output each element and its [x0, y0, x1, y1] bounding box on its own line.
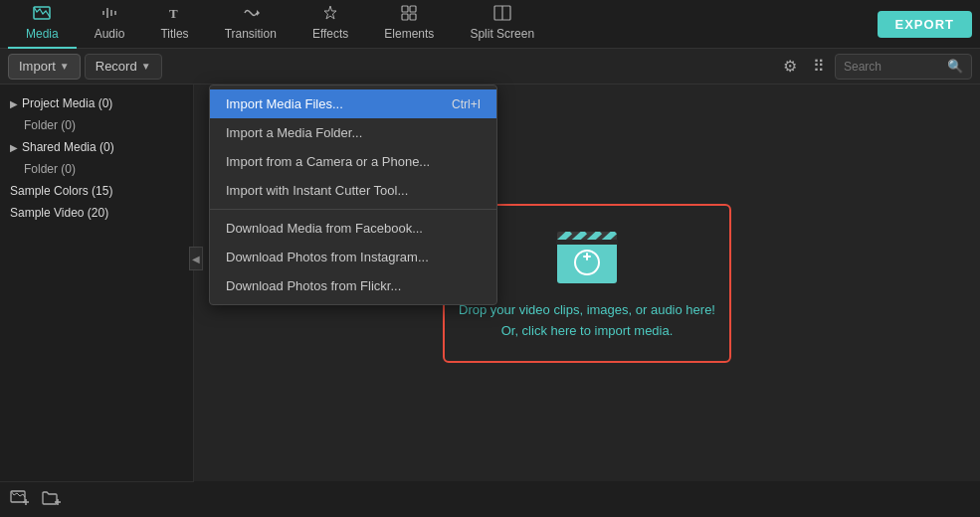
svg-rect-6 — [402, 14, 408, 20]
drop-zone-line2: Or, click here to import media. — [501, 323, 674, 338]
effects-icon — [322, 5, 338, 25]
download-instagram-item[interactable]: Download Photos from Instagram... — [210, 243, 496, 271]
import-label: Import — [19, 59, 56, 74]
sidebar-item-sample-colors[interactable]: Sample Colors (15) — [0, 180, 193, 202]
sidebar-item-shared-media[interactable]: ▶ Shared Media (0) — [0, 136, 193, 158]
sidebar-item-folder-1[interactable]: Folder (0) — [0, 158, 193, 180]
sidebar-item-shared-media-label: Shared Media (0) — [22, 140, 114, 154]
nav-titles-label: Titles — [160, 27, 188, 41]
titles-icon: T — [167, 5, 183, 25]
drop-zone-line1: Drop your video clips, images, or audio … — [459, 302, 715, 317]
nav-splitscreen-label: Split Screen — [470, 27, 534, 41]
drop-zone-text: Drop your video clips, images, or audio … — [459, 300, 715, 342]
svg-rect-17 — [556, 240, 618, 245]
nav-media[interactable]: Media — [8, 0, 77, 49]
download-flickr-item[interactable]: Download Photos from Flickr... — [210, 271, 496, 300]
search-box: 🔍 — [835, 54, 972, 80]
main-content: ▶ Project Media (0) Folder (0) ▶ Shared … — [0, 85, 980, 481]
import-files-label: Import Media Files... — [226, 96, 343, 111]
download-facebook-label: Download Media from Facebook... — [226, 221, 423, 236]
add-folder-icon[interactable] — [42, 488, 62, 511]
sidebar-item-folder-0-label: Folder (0) — [24, 118, 76, 132]
import-dropdown-arrow: ▼ — [60, 61, 70, 72]
svg-marker-2 — [257, 10, 260, 16]
download-facebook-item[interactable]: Download Media from Facebook... — [210, 214, 496, 243]
dropdown-divider-1 — [210, 209, 496, 210]
export-button[interactable]: EXPORT — [878, 11, 972, 38]
record-button[interactable]: Record ▼ — [85, 54, 162, 80]
svg-rect-21 — [11, 491, 25, 502]
svg-text:T: T — [169, 6, 178, 21]
svg-rect-7 — [410, 14, 416, 20]
sidebar-bottom — [0, 481, 194, 517]
nav-splitscreen[interactable]: Split Screen — [452, 0, 552, 49]
import-folder-label: Import a Media Folder... — [226, 125, 362, 140]
import-camera-label: Import from a Camera or a Phone... — [226, 154, 430, 169]
nav-titles[interactable]: T Titles — [142, 0, 206, 49]
svg-rect-10 — [557, 242, 617, 283]
import-files-item[interactable]: Import Media Files... Ctrl+I — [210, 89, 496, 118]
clapperboard-icon — [552, 224, 622, 288]
import-camera-item[interactable]: Import from a Camera or a Phone... — [210, 147, 496, 176]
audio-icon — [101, 5, 117, 25]
nav-elements[interactable]: Elements — [366, 0, 452, 49]
import-cutter-item[interactable]: Import with Instant Cutter Tool... — [210, 176, 496, 205]
grid-icon[interactable]: ⠿ — [807, 57, 831, 76]
sidebar-item-folder-1-label: Folder (0) — [24, 162, 76, 176]
nav-media-label: Media — [26, 27, 59, 41]
top-nav: Media Audio T Titles Transition Effects … — [0, 0, 980, 49]
svg-rect-4 — [402, 6, 408, 12]
sidebar-collapse-arrow[interactable]: ◀ — [189, 247, 203, 270]
second-bar: Import ▼ Record ▼ ⚙ ⠿ 🔍 — [0, 49, 980, 85]
sidebar-item-sample-video[interactable]: Sample Video (20) — [0, 202, 193, 224]
sidebar: ▶ Project Media (0) Folder (0) ▶ Shared … — [0, 85, 194, 481]
import-cutter-label: Import with Instant Cutter Tool... — [226, 183, 408, 198]
search-input[interactable] — [844, 60, 943, 74]
import-button[interactable]: Import ▼ — [8, 54, 81, 80]
add-media-icon[interactable] — [10, 488, 30, 511]
project-media-expand: ▶ — [10, 98, 18, 109]
record-dropdown-arrow: ▼ — [141, 61, 151, 72]
svg-marker-3 — [324, 6, 336, 19]
elements-icon — [401, 5, 417, 25]
nav-effects[interactable]: Effects — [294, 0, 366, 49]
sidebar-item-folder-0[interactable]: Folder (0) — [0, 114, 193, 136]
svg-rect-19 — [586, 253, 588, 260]
search-icon: 🔍 — [947, 59, 963, 74]
nav-effects-label: Effects — [312, 27, 348, 41]
svg-rect-5 — [410, 6, 416, 12]
transition-icon — [242, 5, 260, 25]
import-files-shortcut: Ctrl+I — [452, 97, 481, 111]
nav-elements-label: Elements — [384, 27, 434, 41]
media-icon — [33, 5, 51, 25]
splitscreen-icon — [493, 5, 511, 25]
sidebar-item-project-media-label: Project Media (0) — [22, 96, 112, 110]
record-label: Record — [96, 59, 137, 74]
sidebar-item-sample-colors-label: Sample Colors (15) — [10, 184, 112, 198]
filter-icon[interactable]: ⚙ — [777, 57, 803, 76]
download-instagram-label: Download Photos from Instagram... — [226, 250, 429, 264]
nav-transition-label: Transition — [225, 27, 277, 41]
sidebar-item-project-media[interactable]: ▶ Project Media (0) — [0, 92, 193, 114]
nav-audio-label: Audio — [95, 27, 125, 41]
sidebar-item-sample-video-label: Sample Video (20) — [10, 206, 108, 220]
nav-audio[interactable]: Audio — [77, 0, 143, 49]
import-folder-item[interactable]: Import a Media Folder... — [210, 118, 496, 147]
download-flickr-label: Download Photos from Flickr... — [226, 278, 401, 293]
import-dropdown-menu: Import Media Files... Ctrl+I Import a Me… — [209, 85, 497, 305]
shared-media-expand: ▶ — [10, 142, 18, 153]
nav-transition[interactable]: Transition — [207, 0, 294, 49]
